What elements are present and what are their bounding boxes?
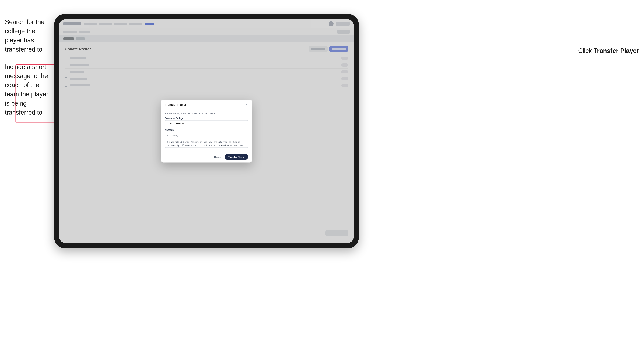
modal-close-button[interactable]: × xyxy=(244,103,248,107)
annotation-left: Search for the college the player has tr… xyxy=(5,17,54,126)
cancel-button[interactable]: Cancel xyxy=(212,155,223,159)
tablet-screen: Update Roster xyxy=(59,19,354,243)
annotation-right-prefix: Click xyxy=(578,47,594,54)
modal-footer: Cancel Transfer Player xyxy=(161,152,252,163)
annotation-text-1: Search for the college the player has tr… xyxy=(5,17,54,54)
message-textarea[interactable]: Hi Coach, I understand Chris Robertson h… xyxy=(165,132,248,148)
modal-header: Transfer Player × xyxy=(161,100,252,109)
message-label: Message xyxy=(165,129,248,131)
college-label: Search for College xyxy=(165,117,248,120)
modal-title: Transfer Player xyxy=(165,103,186,107)
tablet-device: Update Roster xyxy=(54,14,359,248)
transfer-player-modal[interactable]: Transfer Player × Transfer the player an… xyxy=(161,100,252,163)
modal-overlay: Transfer Player × Transfer the player an… xyxy=(59,19,354,243)
annotation-text-2: Include a short message to the coach of … xyxy=(5,62,54,117)
annotation-right-bold: Transfer Player xyxy=(594,47,639,54)
modal-body: Transfer the player and their profile to… xyxy=(161,109,252,152)
modal-subtitle: Transfer the player and their profile to… xyxy=(165,112,248,115)
college-search-input[interactable] xyxy=(165,120,248,126)
annotation-right: Click Transfer Player xyxy=(578,47,639,54)
transfer-player-button[interactable]: Transfer Player xyxy=(225,154,248,160)
